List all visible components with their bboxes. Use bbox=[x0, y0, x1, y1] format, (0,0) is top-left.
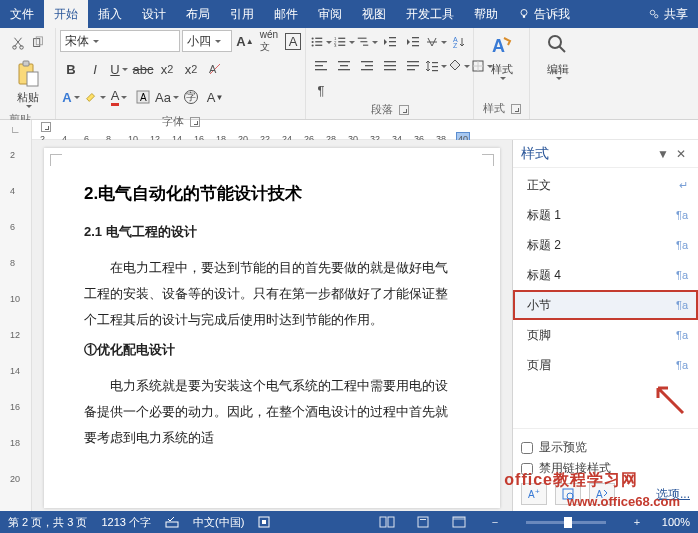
page-number[interactable]: 第 2 页，共 3 页 bbox=[8, 515, 87, 530]
tab-review[interactable]: 审阅 bbox=[308, 0, 352, 28]
styles-pane-title: 样式 bbox=[521, 145, 549, 163]
font-size-combo[interactable]: 小四 bbox=[182, 30, 232, 52]
tab-layout[interactable]: 布局 bbox=[176, 0, 220, 28]
body-paragraph[interactable]: 在电力工程中，要达到节能的目的首先要做的就是做好电气工程的安装、设备等的设计。只… bbox=[84, 255, 460, 333]
style-item-页脚[interactable]: 页脚¶a bbox=[513, 320, 698, 350]
style-item-页眉[interactable]: 页眉¶a bbox=[513, 350, 698, 380]
paragraph-launcher[interactable] bbox=[399, 105, 409, 115]
multilevel-list-button[interactable] bbox=[356, 32, 378, 52]
zoom-in-button[interactable]: + bbox=[626, 514, 648, 530]
superscript-button[interactable]: x2 bbox=[180, 58, 202, 80]
styles-button[interactable]: A 样式 bbox=[484, 30, 520, 82]
tab-mailings[interactable]: 邮件 bbox=[264, 0, 308, 28]
bold-button[interactable]: B bbox=[60, 58, 82, 80]
vertical-ruler[interactable]: 2468101214161820 bbox=[0, 140, 32, 511]
macro-record-icon[interactable] bbox=[258, 516, 270, 528]
spellcheck-icon[interactable] bbox=[165, 516, 179, 528]
styles-launcher[interactable] bbox=[511, 104, 521, 114]
svg-rect-68 bbox=[380, 517, 386, 527]
shading-button[interactable] bbox=[448, 56, 470, 76]
svg-rect-50 bbox=[407, 65, 419, 66]
style-item-小节[interactable]: 小节¶a bbox=[513, 290, 698, 320]
text-effects-button[interactable]: A bbox=[60, 86, 82, 108]
word-count[interactable]: 1213 个字 bbox=[101, 515, 151, 530]
tab-developer[interactable]: 开发工具 bbox=[396, 0, 464, 28]
distributed-button[interactable] bbox=[402, 56, 424, 76]
justify-button[interactable] bbox=[379, 56, 401, 76]
subscript-button[interactable]: x2 bbox=[156, 58, 178, 80]
italic-button[interactable]: I bbox=[84, 58, 106, 80]
style-item-mark: ¶a bbox=[676, 329, 688, 341]
zoom-level[interactable]: 100% bbox=[662, 516, 690, 528]
phonetic-guide-icon[interactable]: wén文 bbox=[258, 30, 280, 52]
paste-button[interactable]: 粘贴 bbox=[10, 58, 46, 110]
tab-references[interactable]: 引用 bbox=[220, 0, 264, 28]
clipboard-launcher[interactable] bbox=[41, 122, 51, 132]
align-center-button[interactable] bbox=[333, 56, 355, 76]
line-spacing-button[interactable] bbox=[425, 56, 447, 76]
tab-help[interactable]: 帮助 bbox=[464, 0, 508, 28]
underline-button[interactable]: U bbox=[108, 58, 130, 80]
editing-button[interactable]: 编辑 bbox=[540, 30, 576, 82]
heading-3[interactable]: 2.1 电气工程的设计 bbox=[84, 223, 460, 241]
tab-view[interactable]: 视图 bbox=[352, 0, 396, 28]
body-paragraph[interactable]: 电力系统就是要为安装这个电气系统的工程中需要用电的设备提供一个必要的动力。因此，… bbox=[84, 373, 460, 451]
grow-font-icon[interactable]: A▲ bbox=[234, 30, 256, 52]
zoom-slider[interactable] bbox=[526, 521, 606, 524]
bullets-button[interactable] bbox=[310, 32, 332, 52]
sort-button[interactable]: AZ bbox=[448, 32, 470, 52]
tab-insert[interactable]: 插入 bbox=[88, 0, 132, 28]
find-icon bbox=[545, 32, 571, 60]
tab-design[interactable]: 设计 bbox=[132, 0, 176, 28]
show-marks-button[interactable]: ¶ bbox=[310, 80, 332, 100]
print-layout-icon[interactable] bbox=[412, 514, 434, 530]
style-item-标题 1[interactable]: 标题 1¶a bbox=[513, 200, 698, 230]
language[interactable]: 中文(中国) bbox=[193, 515, 244, 530]
svg-rect-17 bbox=[315, 41, 322, 42]
svg-rect-9 bbox=[23, 61, 29, 66]
editing-label: 编辑 bbox=[547, 62, 569, 77]
red-arrow-annotation bbox=[648, 378, 688, 418]
cut-icon[interactable] bbox=[9, 32, 27, 54]
char-border-icon[interactable]: A bbox=[282, 30, 304, 52]
tab-file[interactable]: 文件 bbox=[0, 0, 44, 28]
style-item-标题 4[interactable]: 标题 4¶a bbox=[513, 260, 698, 290]
align-left-button[interactable] bbox=[310, 56, 332, 76]
read-mode-icon[interactable] bbox=[376, 514, 398, 530]
font-launcher[interactable] bbox=[190, 117, 200, 127]
decrease-indent-button[interactable] bbox=[379, 32, 401, 52]
pane-close-icon[interactable]: ✕ bbox=[672, 147, 690, 161]
pane-dropdown-icon[interactable]: ▼ bbox=[654, 147, 672, 161]
svg-rect-45 bbox=[361, 69, 373, 70]
svg-rect-28 bbox=[363, 45, 368, 46]
svg-rect-32 bbox=[412, 37, 419, 38]
enclose-char-icon[interactable]: 字 bbox=[180, 86, 202, 108]
web-layout-icon[interactable] bbox=[448, 514, 470, 530]
share-button[interactable]: 共享 bbox=[638, 0, 698, 28]
align-right-button[interactable] bbox=[356, 56, 378, 76]
shrink-font-icon[interactable]: A▼ bbox=[204, 86, 226, 108]
clear-format-icon[interactable]: A bbox=[204, 58, 226, 80]
heading-item[interactable]: ①优化配电设计 bbox=[84, 341, 460, 359]
highlight-button[interactable] bbox=[84, 86, 106, 108]
asian-layout-button[interactable] bbox=[425, 32, 447, 52]
document-area[interactable]: 2.电气自动化的节能设计技术 2.1 电气工程的设计 在电力工程中，要达到节能的… bbox=[32, 140, 512, 511]
show-preview-checkbox[interactable]: 显示预览 bbox=[521, 439, 690, 456]
zoom-out-button[interactable]: − bbox=[484, 514, 506, 530]
style-item-正文[interactable]: 正文↵ bbox=[513, 170, 698, 200]
style-item-标题 2[interactable]: 标题 2¶a bbox=[513, 230, 698, 260]
strikethrough-button[interactable]: abc bbox=[132, 58, 154, 80]
font-color-button[interactable]: A bbox=[108, 86, 130, 108]
numbering-button[interactable]: 123 bbox=[333, 32, 355, 52]
font-name-combo[interactable]: 宋体 bbox=[60, 30, 180, 52]
char-shading-icon[interactable]: A bbox=[132, 86, 154, 108]
copy-icon[interactable] bbox=[29, 32, 47, 54]
tell-me[interactable]: 告诉我 bbox=[508, 0, 580, 28]
heading-2[interactable]: 2.电气自动化的节能设计技术 bbox=[84, 182, 460, 205]
increase-indent-button[interactable] bbox=[402, 32, 424, 52]
style-item-label: 标题 1 bbox=[527, 207, 561, 224]
tab-home[interactable]: 开始 bbox=[44, 0, 88, 28]
tab-selector[interactable]: ∟ bbox=[0, 120, 32, 140]
change-case-button[interactable]: Aa bbox=[156, 86, 178, 108]
style-item-mark: ↵ bbox=[679, 179, 688, 192]
